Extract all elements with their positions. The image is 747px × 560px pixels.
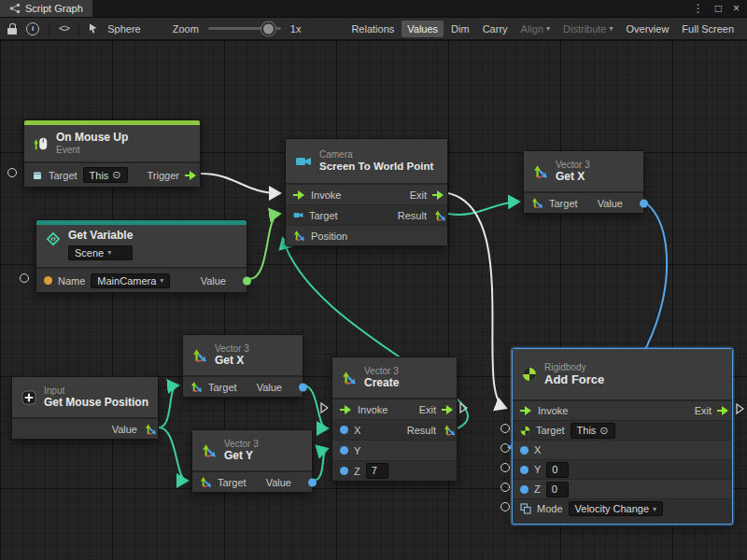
toolbar-button-overview[interactable]: Overview — [621, 21, 675, 37]
z-value-field[interactable]: 7 — [366, 463, 388, 479]
vector3-port-icon[interactable] — [434, 209, 446, 221]
y-input-port[interactable] — [340, 446, 348, 455]
port-y-label: Y — [354, 445, 360, 456]
zoom-value: 1x — [290, 23, 302, 35]
input-dpad-icon — [21, 390, 36, 405]
kebab-menu-icon[interactable]: ⋮ — [693, 2, 704, 15]
node-category: Input — [44, 385, 148, 396]
z-input-port[interactable] — [520, 485, 529, 494]
y-value-field[interactable]: 0 — [546, 462, 569, 478]
chevron-down-icon: ▾ — [107, 248, 111, 257]
vector3-port-icon[interactable] — [293, 230, 305, 242]
info-icon[interactable]: i — [26, 22, 39, 35]
z-value-field[interactable]: 0 — [546, 482, 569, 497]
create-invoke-port[interactable] — [320, 402, 329, 413]
port-result-label: Result — [398, 210, 427, 221]
rigidbody-type-icon — [520, 426, 530, 436]
node-title: Get X — [215, 355, 249, 368]
toolbar-button-dim[interactable]: Dim — [445, 21, 475, 37]
add-force-target-port[interactable] — [500, 424, 510, 433]
lock-icon[interactable] — [7, 28, 17, 35]
code-view-icon[interactable]: <> — [59, 23, 69, 35]
trigger-flow-port[interactable] — [185, 171, 197, 180]
x-input-port[interactable] — [520, 446, 529, 455]
variable-scope-dropdown[interactable]: Scene ▾ — [68, 245, 133, 260]
vector3-port-icon[interactable] — [200, 476, 212, 488]
graph-toolbar: i <> Sphere Zoom 1x Relations Values Dim… — [0, 18, 747, 40]
zoom-slider-handle[interactable] — [261, 21, 275, 35]
toolbar-button-fullscreen[interactable]: Full Screen — [676, 21, 740, 37]
port-invoke-label: Invoke — [358, 404, 388, 415]
vector3-port-icon[interactable] — [444, 424, 456, 436]
exit-flow-port[interactable] — [717, 406, 729, 415]
node-title: On Mouse Up — [56, 132, 128, 145]
toolbar-button-carry[interactable]: Carry — [477, 21, 514, 37]
invoke-flow-port[interactable] — [340, 405, 352, 414]
align-label: Align — [521, 23, 543, 35]
add-force-z-port[interactable] — [500, 483, 510, 492]
target-picker-icon: ⊙ — [112, 169, 120, 181]
value-output-port[interactable] — [308, 478, 317, 486]
close-icon[interactable]: × — [733, 2, 740, 15]
node-add-force[interactable]: Rigidbody Add Force Invoke Exit Target T… — [512, 348, 733, 525]
wire-mouse-to-gety[interactable] — [159, 427, 187, 481]
toolbar-button-values[interactable]: Values — [402, 21, 444, 37]
port-exit-label: Exit — [695, 405, 712, 416]
gameobject-icon — [32, 170, 43, 181]
add-force-y-port[interactable] — [500, 463, 510, 472]
exit-flow-port[interactable] — [442, 405, 454, 414]
node-title: Add Force — [544, 373, 604, 387]
wire-result-to-getx-top[interactable] — [448, 202, 518, 215]
name-port-icon[interactable] — [44, 276, 52, 285]
wire-gety-to-create-y[interactable] — [313, 449, 327, 481]
z-input-port[interactable] — [340, 467, 348, 475]
this-target-chip[interactable]: This ⊙ — [571, 423, 615, 439]
this-target-chip[interactable]: This ⊙ — [83, 167, 128, 183]
variable-name-dropdown[interactable]: MainCamera ▾ — [91, 273, 170, 288]
invoke-flow-port[interactable] — [293, 190, 305, 200]
get-variable-name-port[interactable] — [20, 273, 29, 283]
port-invoke-label: Invoke — [538, 405, 568, 416]
create-exit-port[interactable] — [459, 402, 468, 413]
maximize-icon[interactable]: □ — [715, 2, 722, 15]
invoke-flow-port[interactable] — [520, 406, 532, 415]
toolbar-button-distribute[interactable]: Distribute ▾ — [557, 21, 618, 37]
window-tab-bar: Script Graph ⋮ □ × — [0, 0, 747, 18]
add-force-x-port[interactable] — [500, 443, 510, 453]
zoom-slider[interactable] — [208, 27, 281, 30]
toolbar-button-align[interactable]: Align ▾ — [515, 21, 556, 37]
node-create-vector3[interactable]: Vector 3 Create Invoke Exit X Result Y Z… — [331, 357, 458, 482]
mode-dropdown[interactable]: Velocity Change ▾ — [569, 501, 664, 516]
wire-variable-to-target[interactable] — [249, 214, 279, 279]
node-get-mouse-position[interactable]: Input Get Mouse Position Value — [11, 376, 159, 440]
node-screen-to-world-point[interactable]: Camera Screen To World Point Invoke Exit… — [285, 138, 448, 246]
tab-script-graph[interactable]: Script Graph — [0, 0, 92, 17]
add-force-mode-port[interactable] — [500, 502, 510, 511]
node-get-variable[interactable]: Get Variable Scene ▾ Name MainCamera ▾ V… — [35, 219, 247, 293]
value-output-port[interactable] — [299, 383, 307, 391]
graph-canvas[interactable]: On Mouse Up Event Target This ⊙ Trigger … — [0, 40, 747, 560]
y-input-port[interactable] — [520, 466, 529, 474]
node-category: Rigidbody — [544, 362, 604, 372]
vector3-port-icon[interactable] — [531, 197, 543, 209]
value-output-port[interactable] — [640, 199, 648, 207]
toolbar-button-relations[interactable]: Relations — [345, 21, 400, 37]
exit-flow-port[interactable] — [432, 190, 444, 200]
node-get-y[interactable]: Vector 3 Get Y Target Value — [191, 429, 313, 493]
mode-icon — [520, 503, 531, 514]
node-get-x-top[interactable]: Vector 3 Get X Target Value — [523, 150, 644, 214]
vector3-port-icon[interactable] — [145, 423, 157, 435]
node-get-x-mid[interactable]: Vector 3 Get X Target Value — [182, 334, 303, 398]
port-invoke-label: Invoke — [311, 189, 341, 201]
add-force-exit-port[interactable] — [736, 403, 744, 414]
chevron-down-icon: ▾ — [160, 276, 163, 285]
on-mouse-up-target-port[interactable] — [7, 168, 17, 177]
vector3-port-icon[interactable] — [190, 381, 203, 393]
wire-mouse-to-getx[interactable] — [159, 385, 177, 427]
port-name-label: Name — [58, 275, 85, 287]
variable-name: MainCamera — [97, 275, 156, 287]
wire-trigger-to-invoke[interactable] — [201, 174, 279, 193]
node-on-mouse-up[interactable]: On Mouse Up Event Target This ⊙ Trigger — [23, 119, 201, 188]
value-output-port[interactable] — [243, 276, 251, 285]
x-input-port[interactable] — [340, 426, 348, 434]
